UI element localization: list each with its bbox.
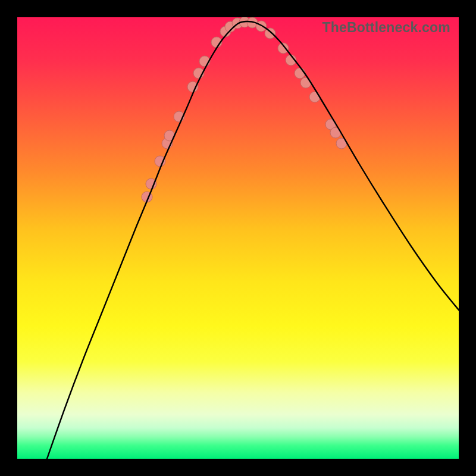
data-dot xyxy=(256,21,267,32)
bottleneck-curve xyxy=(47,21,459,459)
data-dot xyxy=(309,92,320,102)
scatter-dots xyxy=(142,17,347,202)
data-dot xyxy=(300,77,311,88)
data-dot xyxy=(295,68,305,79)
bottleneck-chart xyxy=(17,17,459,459)
data-dot xyxy=(265,28,275,39)
